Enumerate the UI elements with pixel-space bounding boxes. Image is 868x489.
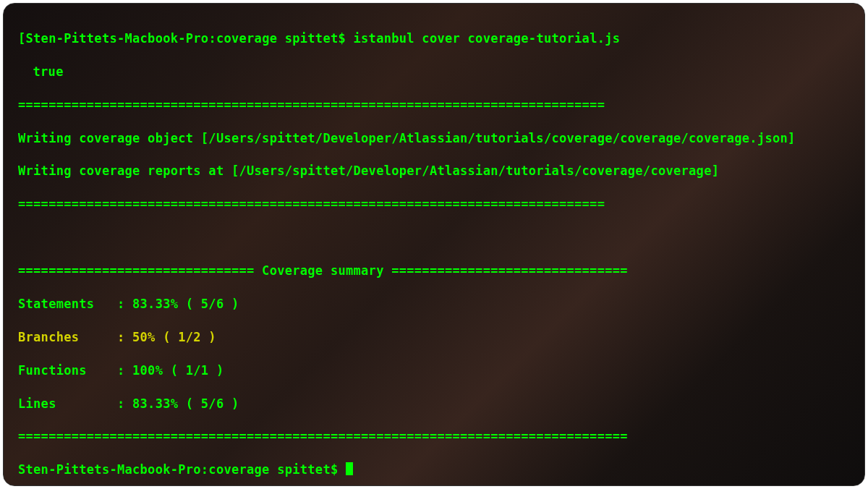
stat-branches-label: Branches bbox=[18, 329, 117, 346]
output-true: true bbox=[18, 64, 850, 80]
stat-lines: Lines : 83.33% ( 5/6 ) bbox=[18, 396, 850, 412]
stat-lines-label: Lines bbox=[18, 396, 117, 412]
separator-1: ========================================… bbox=[18, 97, 850, 114]
terminal-window[interactable]: [Sten-Pittets-Macbook-Pro:coverage spitt… bbox=[3, 3, 865, 486]
separator-3: ========================================… bbox=[18, 428, 850, 445]
terminal-content: [Sten-Pittets-Macbook-Pro:coverage spitt… bbox=[18, 14, 850, 486]
prompt-host: Sten-Pittets-Macbook-Pro:coverage spitte… bbox=[26, 31, 346, 46]
stat-statements: Statements : 83.33% ( 5/6 ) bbox=[18, 296, 850, 312]
writing-object: Writing coverage object [/Users/spittet/… bbox=[18, 130, 850, 147]
stat-functions-value: : 100% ( 1/1 ) bbox=[117, 363, 224, 378]
stat-branches-value: : 50% ( 1/2 ) bbox=[117, 330, 216, 344]
blank-line bbox=[18, 229, 850, 246]
stat-branches: Branches : 50% ( 1/2 ) bbox=[18, 329, 850, 346]
prompt-bracket: [ bbox=[18, 31, 26, 46]
stat-statements-label: Statements bbox=[18, 296, 117, 312]
writing-reports: Writing coverage reports at [/Users/spit… bbox=[18, 163, 850, 179]
command-line: [Sten-Pittets-Macbook-Pro:coverage spitt… bbox=[18, 30, 850, 47]
command-text: istanbul cover coverage-tutorial.js bbox=[346, 31, 620, 46]
stat-functions: Functions : 100% ( 1/1 ) bbox=[18, 362, 850, 379]
separator-2: ========================================… bbox=[18, 196, 850, 213]
prompt-2: Sten-Pittets-Macbook-Pro:coverage spitte… bbox=[18, 462, 346, 477]
stat-lines-value: : 83.33% ( 5/6 ) bbox=[117, 396, 239, 411]
prompt-line-2: Sten-Pittets-Macbook-Pro:coverage spitte… bbox=[18, 462, 850, 478]
coverage-summary-header: =============================== Coverage… bbox=[18, 263, 850, 279]
stat-statements-value: : 83.33% ( 5/6 ) bbox=[117, 297, 239, 311]
stat-functions-label: Functions bbox=[18, 362, 117, 379]
cursor-icon[interactable] bbox=[346, 462, 353, 475]
